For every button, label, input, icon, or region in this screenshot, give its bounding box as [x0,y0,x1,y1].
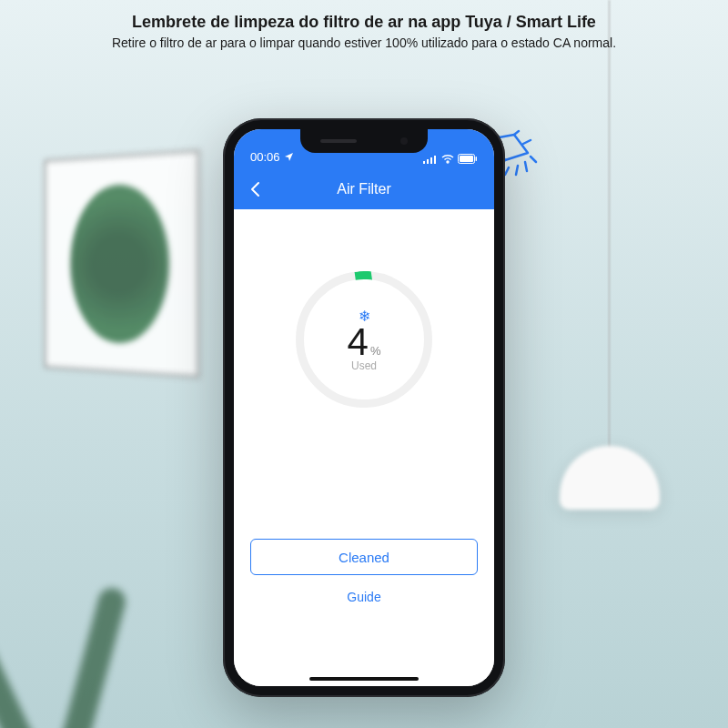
phone-screen: 00:06 Air Filter ❄ [234,129,494,686]
cleaned-button[interactable]: Cleaned [250,539,478,575]
lamp-shade [560,446,660,510]
usage-value: 4 [348,323,369,361]
wall-picture-frame [44,149,200,379]
wifi-icon [441,155,454,164]
location-icon [284,152,294,162]
svg-line-1 [516,166,518,175]
usage-gauge: ❄ 4 % Used [296,271,432,408]
svg-rect-7 [434,156,436,164]
svg-rect-5 [427,159,429,164]
percent-symbol: % [370,344,381,358]
svg-line-2 [525,162,527,171]
signal-icon [423,155,438,164]
status-time: 00:06 [250,150,280,164]
content-area: ❄ 4 % Used Cleaned Guide [234,209,494,686]
page-subtitle: Retire o filtro de ar para o limpar quan… [0,35,728,50]
svg-rect-6 [430,157,432,164]
back-button[interactable] [247,180,265,198]
palm-plant [0,491,164,728]
svg-line-3 [531,157,536,162]
used-label: Used [351,359,377,372]
home-indicator[interactable] [309,677,419,681]
svg-line-0 [505,167,509,175]
phone-notch [300,129,428,153]
battery-icon [458,154,478,164]
svg-rect-4 [423,161,425,164]
nav-title: Air Filter [337,181,391,197]
guide-link[interactable]: Guide [347,590,380,604]
nav-bar: Air Filter [234,169,494,209]
lamp-wire [609,0,610,455]
svg-rect-10 [476,157,478,161]
svg-rect-9 [460,156,473,162]
phone-frame: 00:06 Air Filter ❄ [223,118,505,697]
page-title: Lembrete de limpeza do filtro de ar na a… [0,13,728,32]
